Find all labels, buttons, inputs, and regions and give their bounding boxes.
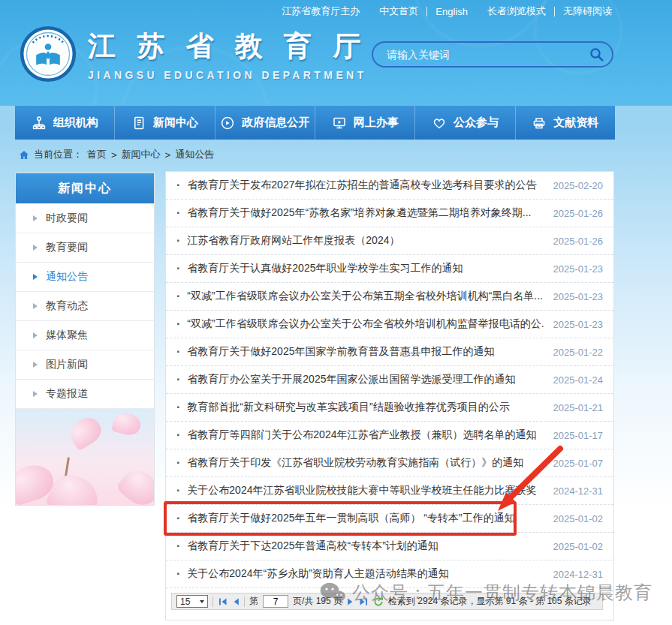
news-title-link[interactable]: 省教育厅关于做好2025年国家学前教育普及普惠县申报工作的通知 <box>187 345 544 359</box>
news-list-panel: 省教育厅关于发布2027年拟在江苏招生的普通高校专业选考科目要求的公告 2025… <box>165 171 614 620</box>
top-utility-bar: 江苏省教育厅主办 中文首页 English 长者浏览模式 无障碍阅读 <box>282 0 612 23</box>
divider <box>244 596 245 607</box>
news-date: 2025-01-26 <box>553 208 604 219</box>
home-icon <box>19 150 29 160</box>
breadcrumb: 当前位置： 首页 > 新闻中心 > 通知公告 <box>19 148 214 161</box>
sidebar-item-media-focus[interactable]: 媒体聚焦 <box>16 320 154 350</box>
next-page-button[interactable] <box>347 597 354 606</box>
news-date: 2025-01-23 <box>553 291 604 302</box>
nav-item-documents[interactable]: 文献资料 <box>515 106 615 140</box>
sidebar-item-special-reports[interactable]: 专题报道 <box>16 379 154 408</box>
news-row: 省教育厅关于认真做好2025年职业学校学生实习工作的通知 2025-01-23 <box>166 255 613 283</box>
pagination-summary: 检索到 2924 条记录，显示第 91 条 - 第 105 条记录 <box>388 595 592 608</box>
last-page-button[interactable] <box>359 597 369 606</box>
news-date: 2025-01-24 <box>553 374 604 386</box>
prev-page-icon <box>232 597 240 606</box>
news-title-link[interactable]: 省教育厅等四部门关于公布2024年江苏省产业教授（兼职）选聘名单的通知 <box>187 428 544 442</box>
breadcrumb-separator: > <box>165 149 171 161</box>
sidebar-item-photo-news[interactable]: 图片新闻 <box>16 350 154 379</box>
news-title-link[interactable]: 省教育厅关于做好2025年五年一贯制高职（高师） “专转本”工作的通知 <box>187 512 544 525</box>
triangle-right-icon <box>33 391 38 397</box>
sidebar-item-notices[interactable]: 通知公告 <box>16 262 154 291</box>
news-title-link[interactable]: 省教育厅关于认真做好2025年职业学校学生实习工作的通知 <box>187 262 544 275</box>
nav-item-news-center[interactable]: 新闻中心 <box>114 106 214 140</box>
news-row: 关于公布2024年“苏乡永助”资助育人主题活动结果的通知 2024-12-31 <box>166 560 613 588</box>
sidebar: 新闻中心 时政要闻 教育要闻 通知公告 教育动态 媒体聚焦 图片新闻 专题报道 <box>15 173 155 506</box>
logo-area[interactable]: 江 苏 省 教 育 厅 JIANGSU EDUCATION DEPARTMENT <box>20 26 367 83</box>
news-title-link[interactable]: “双减”工作省级联席会议办公室关于公布第五期全省校外培训机构“黑白名单... <box>187 290 544 303</box>
news-row: 关于公布2024年江苏省职业院校技能大赛中等职业学校班主任能力比赛获奖 2024… <box>166 477 613 505</box>
nav-label: 文献资料 <box>553 116 598 130</box>
page-size-value: 15 <box>180 596 190 607</box>
nav-item-gov-info[interactable]: 政府信息公开 <box>215 106 315 140</box>
breadcrumb-separator: > <box>111 149 117 161</box>
news-title-link[interactable]: 省教育厅关于发布2027年拟在江苏招生的普通高校专业选考科目要求的公告 <box>187 179 544 192</box>
news-title-link[interactable]: 关于公布2024年“苏乡永助”资助育人主题活动结果的通知 <box>187 567 544 581</box>
host-link[interactable]: 江苏省教育厅主办 <box>282 5 360 18</box>
nav-item-organization[interactable]: 组织机构 <box>15 106 114 140</box>
chinese-home-link[interactable]: 中文首页 <box>379 5 418 18</box>
caret-down-icon <box>200 600 204 603</box>
triangle-right-icon <box>33 215 38 221</box>
news-title-link[interactable]: 省教育厅关于做好2025年“苏教名家”培养对象遴选暨第二期培养对象终期... <box>187 206 544 220</box>
sidebar-item-label: 教育要闻 <box>46 241 88 254</box>
divider <box>554 7 555 17</box>
news-title-link[interactable]: 省教育厅关于印发《江苏省职业院校劳动教育实施指南（试行）》的通知 <box>187 456 544 470</box>
triangle-right-icon <box>33 332 38 338</box>
heart-icon <box>432 116 447 131</box>
accessibility-link[interactable]: 无障碍阅读 <box>563 5 612 18</box>
refresh-button[interactable] <box>373 596 384 607</box>
online-service-monitor-icon <box>332 116 347 131</box>
search-button[interactable] <box>589 47 604 62</box>
news-title-link[interactable]: 教育部首批“新文科研究与改革实践项目”结题验收推荐优秀项目的公示 <box>187 401 544 414</box>
last-page-icon <box>359 597 369 606</box>
site-title-cn: 江 苏 省 教 育 厅 <box>88 28 367 65</box>
news-row: 省教育厅关于印发《江苏省职业院校劳动教育实施指南（试行）》的通知 2025-01… <box>166 449 613 477</box>
page-number-input[interactable] <box>263 595 288 608</box>
site-titles: 江 苏 省 教 育 厅 JIANGSU EDUCATION DEPARTMENT <box>88 28 367 81</box>
breadcrumb-home[interactable]: 首页 <box>87 148 107 161</box>
news-date: 2024-12-31 <box>553 485 604 497</box>
breadcrumb-news-center[interactable]: 新闻中心 <box>122 148 161 161</box>
news-title-link[interactable]: 关于公布2024年江苏省职业院校技能大赛中等职业学校班主任能力比赛获奖 <box>187 484 544 497</box>
first-page-icon <box>218 597 228 606</box>
page-size-select[interactable]: 15 <box>176 595 208 608</box>
first-page-button[interactable] <box>218 597 228 606</box>
breadcrumb-notices[interactable]: 通知公告 <box>175 148 214 161</box>
sidebar-item-current-politics[interactable]: 时政要闻 <box>16 203 154 233</box>
news-row: 省教育厅办公室关于开展2025年国家公派出国留学选派受理工作的通知 2025-0… <box>166 366 613 394</box>
news-row: 江苏省教育厅政府网站工作年度报表（2024） 2025-01-26 <box>166 227 613 255</box>
triangle-right-icon <box>33 303 38 309</box>
main-nav: 组织机构 新闻中心 政府信息公开 网上办事 公众参与 <box>15 106 615 140</box>
news-title-link[interactable]: 江苏省教育厅政府网站工作年度报表（2024） <box>187 234 544 248</box>
prev-page-button[interactable] <box>232 597 240 606</box>
sidebar-title: 新闻中心 <box>16 173 154 203</box>
english-link[interactable]: English <box>435 6 468 17</box>
page-suffix: 页/共 195 页 <box>293 595 342 608</box>
nav-item-online-service[interactable]: 网上办事 <box>315 106 414 140</box>
search-icon <box>589 47 604 62</box>
news-title-link[interactable]: 省教育厅关于下达2025年普通高校“专转本”计划的通知 <box>187 539 544 553</box>
next-page-icon <box>347 597 354 606</box>
news-doc-icon <box>131 116 146 131</box>
sidebar-item-education-news[interactable]: 教育要闻 <box>16 233 154 262</box>
sidebar-item-education-dynamics[interactable]: 教育动态 <box>16 291 154 320</box>
news-date: 2025-01-02 <box>553 541 604 552</box>
news-title-link[interactable]: 省教育厅办公室关于开展2025年国家公派出国留学选派受理工作的通知 <box>187 373 544 386</box>
sidebar-item-label: 通知公告 <box>46 270 88 284</box>
sidebar-item-label: 时政要闻 <box>46 212 88 225</box>
jiangsu-education-logo <box>20 26 77 83</box>
page-prefix: 第 <box>249 595 258 608</box>
elder-mode-link[interactable]: 长者浏览模式 <box>487 5 546 18</box>
news-row: 省教育厅关于做好2025年国家学前教育普及普惠县申报工作的通知 2025-01-… <box>166 338 613 366</box>
news-date: 2025-01-23 <box>553 319 604 330</box>
news-row: 省教育厅关于做好2025年“苏教名家”培养对象遴选暨第二期培养对象终期... 2… <box>166 200 613 227</box>
news-date: 2025-01-21 <box>553 402 604 413</box>
refresh-icon <box>373 596 384 607</box>
news-row: 省教育厅关于发布2027年拟在江苏招生的普通高校专业选考科目要求的公告 2025… <box>166 172 613 200</box>
news-title-link[interactable]: “双减”工作省级联席会议办公室关于公布全省校外培训机构监督举报电话的公... <box>187 317 544 331</box>
search-input[interactable] <box>385 48 589 62</box>
news-row: “双减”工作省级联席会议办公室关于公布全省校外培训机构监督举报电话的公... 2… <box>166 311 613 338</box>
news-date: 2025-02-20 <box>553 180 604 191</box>
nav-item-public-participation[interactable]: 公众参与 <box>414 106 514 140</box>
